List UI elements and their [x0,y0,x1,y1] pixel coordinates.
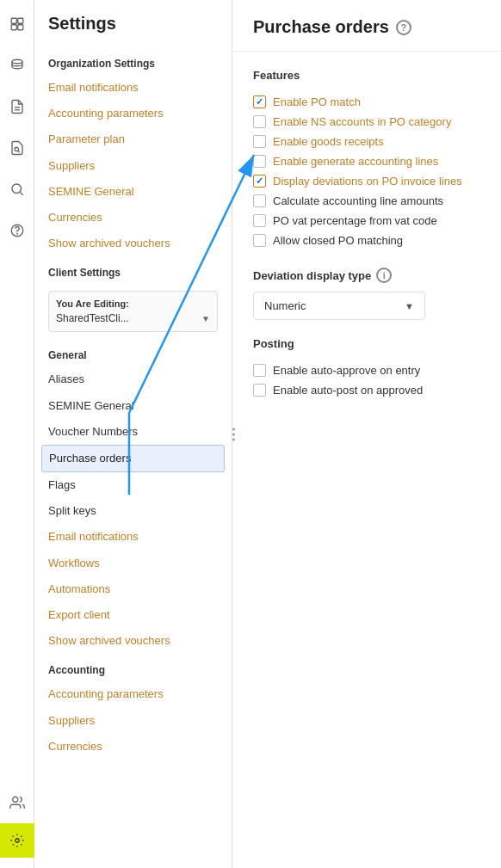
sidebar-item-accounting-parameters-org[interactable]: Accounting parameters [34,101,232,126]
feature-calculate-accounting[interactable]: Calculate accounting line amounts [253,191,480,211]
sidebar-item-show-archived-org[interactable]: Show archived vouchers [34,231,232,256]
svg-rect-2 [11,25,16,30]
svg-point-14 [15,839,19,843]
svg-rect-0 [11,18,16,23]
sidebar-item-workflows[interactable]: Workflows [34,551,232,576]
checkbox-enable-goods-receipts[interactable] [253,135,266,148]
sidebar-item-email-notifications-org[interactable]: Email notifications [34,75,232,101]
sidebar-item-voucher-numbers[interactable]: Voucher Numbers [34,419,232,445]
checkbox-enable-generate-accounting[interactable] [253,155,266,168]
posting-label-auto-approve: Enable auto-approve on entry [273,364,420,377]
general-section-header: General [34,339,232,366]
icon-bar-bottom [0,789,34,858]
features-section-title: Features [253,69,480,82]
svg-line-8 [18,151,20,152]
sidebar-item-aliases[interactable]: Aliases [34,366,232,392]
sidebar-item-suppliers-client[interactable]: Suppliers [34,708,232,734]
feature-allow-closed-po[interactable]: Allow closed PO matching [253,231,480,250]
editing-box: You Are Editing: SharedTestCli... ▼ [48,291,218,332]
checkbox-auto-approve[interactable] [253,364,266,377]
feature-label-po-vat-percentage: PO vat percentage from vat code [273,214,437,227]
editing-label: You Are Editing: [56,299,210,309]
svg-point-4 [12,59,22,64]
posting-auto-approve[interactable]: Enable auto-approve on entry [253,360,480,380]
main-header: Purchase orders ? [232,0,501,52]
nav-icon-search-doc[interactable] [3,134,31,162]
feature-label-allow-closed-po: Allow closed PO matching [273,234,403,247]
svg-line-10 [20,192,22,194]
posting-label-auto-post: Enable auto-post on approved [273,384,423,397]
sidebar-item-purchase-orders[interactable]: Purchase orders [41,445,225,472]
main-content: Purchase orders ? Features Enable PO mat… [232,0,501,868]
feature-enable-goods-receipts[interactable]: Enable goods receipts [253,132,480,151]
sidebar-item-currencies-org[interactable]: Currencies [34,205,232,231]
feature-enable-ns-accounts[interactable]: Enable NS accounts in PO category [253,112,480,132]
chevron-down-icon-deviation: ▼ [405,301,414,311]
svg-point-12 [16,233,17,234]
sidebar-item-parameter-plan[interactable]: Parameter plan [34,126,232,152]
sidebar-item-flags[interactable]: Flags [34,472,232,498]
deviation-section-title: Deviation display type [253,269,371,282]
sidebar-item-accounting-parameters-client[interactable]: Accounting parameters [34,681,232,707]
sidebar-item-export-client[interactable]: Export client [34,602,232,628]
feature-label-enable-ns-accounts: Enable NS accounts in PO category [273,115,451,128]
icon-bar [0,0,34,868]
sidebar-item-split-keys[interactable]: Split keys [34,498,232,524]
feature-label-enable-po-match: Enable PO match [273,95,361,108]
help-icon[interactable]: ? [396,20,411,35]
checkbox-enable-po-match[interactable] [253,95,266,108]
checkbox-enable-ns-accounts[interactable] [253,115,266,128]
deviation-section: Deviation display type i Numeric ▼ [253,268,480,320]
editing-select[interactable]: SharedTestCli... ▼ [56,312,210,324]
sidebar-item-email-notifications-client[interactable]: Email notifications [34,524,232,550]
main-body: Features Enable PO match Enable NS accou… [232,52,501,417]
accounting-section-header: Accounting [34,654,232,681]
org-section-header: Organization Settings [34,47,232,75]
feature-enable-po-match[interactable]: Enable PO match [253,92,480,112]
editing-value: SharedTestCli... [56,312,129,324]
deviation-help-icon[interactable]: i [376,268,392,283]
feature-label-display-deviations: Display deviations on PO invoice lines [273,175,462,188]
sidebar-item-suppliers-org[interactable]: Suppliers [34,153,232,179]
feature-label-enable-generate-accounting: Enable generate accounting lines [273,155,438,168]
sidebar: Settings Organization Settings Email not… [34,0,232,868]
page-title: Purchase orders [253,17,389,37]
feature-enable-generate-accounting[interactable]: Enable generate accounting lines [253,151,480,171]
svg-point-9 [12,184,22,194]
sidebar-item-semine-general-client[interactable]: SEMINE General [34,393,232,419]
sidebar-item-currencies-client[interactable]: Currencies [34,734,232,760]
posting-section: Posting Enable auto-approve on entry Ena… [253,337,480,400]
client-section-header: Client Settings [34,256,232,284]
nav-icon-gear[interactable] [0,823,34,858]
feature-po-vat-percentage[interactable]: PO vat percentage from vat code [253,211,480,231]
feature-label-enable-goods-receipts: Enable goods receipts [273,135,384,148]
checkbox-display-deviations[interactable] [253,175,266,188]
checkbox-calculate-accounting[interactable] [253,194,266,207]
svg-point-7 [15,147,19,151]
checkbox-po-vat-percentage[interactable] [253,214,266,227]
deviation-header: Deviation display type i [253,268,480,283]
svg-rect-1 [17,18,22,23]
sidebar-title: Settings [34,14,232,47]
nav-icon-database[interactable] [3,52,31,79]
nav-icon-1[interactable] [3,10,31,38]
chevron-down-icon: ▼ [201,314,210,323]
svg-rect-3 [17,25,22,30]
feature-label-calculate-accounting: Calculate accounting line amounts [273,194,443,207]
deviation-dropdown[interactable]: Numeric ▼ [253,292,425,320]
nav-icon-search[interactable] [3,175,31,203]
sidebar-item-show-archived-client[interactable]: Show archived vouchers [34,628,232,654]
svg-point-13 [12,797,17,802]
nav-icon-users[interactable] [3,789,31,816]
posting-section-title: Posting [253,337,480,350]
nav-icon-document[interactable] [3,93,31,120]
sidebar-item-semine-general-org[interactable]: SEMINE General [34,179,232,205]
checkbox-allow-closed-po[interactable] [253,234,266,247]
nav-icon-help[interactable] [3,217,31,244]
feature-display-deviations[interactable]: Display deviations on PO invoice lines [253,171,480,191]
checkbox-auto-post[interactable] [253,384,266,397]
sidebar-item-automations[interactable]: Automations [34,576,232,602]
sidebar-resize-handle [232,428,235,440]
deviation-value: Numeric [264,299,306,312]
posting-auto-post[interactable]: Enable auto-post on approved [253,380,480,400]
